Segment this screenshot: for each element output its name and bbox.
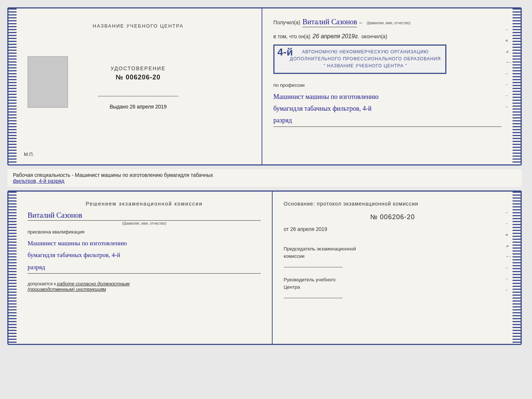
cert-dash: – <box>359 19 362 25</box>
cert-name-sublabel: (фамилия, имя, отчество) <box>367 21 411 25</box>
cert-okonchil-label: окончил(а) <box>362 33 387 39</box>
middle-text-section: Рабочая специальность - Машинист машины … <box>7 169 522 187</box>
cert-stamp-line2: ДОПОЛНИТЕЛЬНОГО ПРОФЕССИОНАЛЬНОГО ОБРАЗО… <box>290 56 441 63</box>
cert-photo-placeholder <box>28 56 68 108</box>
cert-stamp-number: 4-й <box>277 46 293 58</box>
bottom-mark-dash5: – <box>506 287 511 292</box>
cert-profession-line2: бумагидля табачных фильтров, 4-й <box>273 103 502 114</box>
cert-profession: Машинист машины по изготовлению бумагидл… <box>273 91 502 127</box>
bottom-mark-dash2: – <box>506 221 511 225</box>
cert-mark-a: ,а <box>506 49 511 53</box>
bottom-right-date: 26 апреля 2019 <box>290 226 327 232</box>
bottom-left-title: Решением экзаменационной комиссии <box>28 201 261 207</box>
bottom-book: Решением экзаменационной комиссии Витали… <box>7 190 522 345</box>
bottom-profession-line2: бумагидля табачных фильтров, 4-й <box>28 249 261 261</box>
right-border-strip <box>513 8 521 164</box>
bottom-prisvoena-label: присвоена квалификация <box>28 229 261 235</box>
page-wrapper: НАЗВАНИЕ УЧЕБНОГО ЦЕНТРА УДОСТОВЕРЕНИЕ №… <box>7 7 525 345</box>
bottom-right-marks: – – и ,а ←- – – – <box>506 210 513 292</box>
bottom-right-chairman: Председатель экзаменационной комиссии <box>284 245 502 270</box>
bottom-ot-label: от <box>284 226 289 232</box>
cert-left-line <box>98 96 179 96</box>
cert-vydano-date: 26 апреля 2019 <box>130 104 167 110</box>
middle-text-line1: Рабочая специальность - Машинист машины … <box>13 172 516 178</box>
cert-profession-line1: Машинист машины по изготовлению <box>273 91 502 103</box>
bottom-right-title: Основание: протокол экзаменационной коми… <box>284 201 502 207</box>
cert-vydano-label: Выдано <box>109 104 128 110</box>
cert-mark-dash1: – <box>506 27 511 31</box>
bottom-name-sublabel: (фамилия, имя, отчество) <box>28 221 261 225</box>
cert-vydano: Выдано 26 апреля 2019 <box>98 104 179 110</box>
left-border-strip <box>8 8 17 164</box>
bottom-mark-dash4: – <box>506 276 511 281</box>
bottom-mark-arrow: ←- <box>506 254 511 259</box>
bottom-dopusk-text2: (производственным) инструкциям <box>28 286 106 292</box>
bottom-mark-dash3: – <box>506 265 511 270</box>
bottom-profession: Машинист машины по изготовлению бумагидл… <box>28 238 261 274</box>
cert-right-marks: – и ,а ←- – – – – <box>506 27 513 108</box>
cert-left-page: НАЗВАНИЕ УЧЕБНОГО ЦЕНТРА УДОСТОВЕРЕНИЕ №… <box>17 8 262 164</box>
bottom-right-rukovoditel: Руководитель учебного Центра <box>284 276 502 301</box>
certificate-book: НАЗВАНИЕ УЧЕБНОГО ЦЕНТРА УДОСТОВЕРЕНИЕ №… <box>7 7 522 165</box>
cert-name: Виталий Сазонов <box>302 18 357 27</box>
bottom-dopusk-label: допускается к <box>28 281 56 286</box>
cert-mp: М.П. <box>24 152 34 157</box>
bottom-right-date-row: от 26 апреля 2019 <box>284 226 502 232</box>
cert-stamp-line1: АВТОНОМНУЮ НЕКОММЕРЧЕСКУЮ ОРГАНИЗАЦИЮ <box>290 49 441 56</box>
cert-poluchil-label: Получил(а) <box>273 19 300 25</box>
bottom-left-name: Виталий Сазонов <box>28 211 261 221</box>
middle-text-line2: фильтров, 4-й разряд <box>13 178 516 184</box>
bottom-rukovoditel-line1: Руководитель учебного <box>284 276 502 284</box>
cert-mark-arrow: ←- <box>506 60 511 64</box>
cert-profession-line3: разряд <box>273 114 502 126</box>
bottom-chairman-line2: комиссии <box>284 253 502 260</box>
cert-vtom-label: в том, что он(а) <box>273 33 310 39</box>
bottom-right-page: Основание: протокол экзаменационной коми… <box>273 192 513 344</box>
bottom-profession-line1: Машинист машины по изготовлению <box>28 238 261 249</box>
cert-stamp-area: 4-й АВТОНОМНУЮ НЕКОММЕРЧЕСКУЮ ОРГАНИЗАЦИ… <box>273 44 502 74</box>
cert-stamp-line3: " НАЗВАНИЕ УЧЕБНОГО ЦЕНТРА " <box>290 63 441 70</box>
cert-stamp-text: АВТОНОМНУЮ НЕКОММЕРЧЕСКУЮ ОРГАНИЗАЦИЮ ДО… <box>290 49 441 70</box>
bottom-chairman-line1: Председатель экзаменационной <box>284 245 502 253</box>
bottom-profession-line3: разряд <box>28 261 261 273</box>
bottom-dopusk-text1: работе согласно должностным <box>57 281 129 286</box>
bottom-mark-dash1: – <box>506 210 511 214</box>
cert-date: 26 апреля 2019г. <box>313 33 359 40</box>
cert-mark-dash2: – <box>506 71 511 75</box>
cert-mark-dash3: – <box>506 82 511 86</box>
bottom-mark-i: и <box>506 232 511 236</box>
cert-left-title: НАЗВАНИЕ УЧЕБНОГО ЦЕНТРА <box>93 23 183 29</box>
cert-right-page: Получил(а) Виталий Сазонов – (фамилия, и… <box>262 8 513 164</box>
bottom-right-border-strip <box>513 192 521 344</box>
cert-vtom-row: в том, что он(а) 26 апреля 2019г. окончи… <box>273 33 502 40</box>
cert-left-main: УДОСТОВЕРЕНИЕ № 006206-20 Выдано 26 апре… <box>98 65 179 110</box>
cert-poluchil-row: Получил(а) Виталий Сазонов – (фамилия, и… <box>273 18 502 27</box>
cert-po-professii: по профессии <box>273 82 502 88</box>
bottom-rukovoditel-signature-line <box>284 298 342 298</box>
bottom-chairman-signature-line <box>284 267 342 267</box>
cert-number: № 006206-20 <box>98 74 179 81</box>
bottom-left-border-strip <box>8 192 17 344</box>
bottom-dopuskaetsya: допускается к работе согласно должностны… <box>28 281 261 292</box>
bottom-left-page: Решением экзаменационной комиссии Витали… <box>17 192 273 344</box>
cert-mark-dash5: – <box>506 104 511 108</box>
cert-mark-i: и <box>506 38 511 42</box>
cert-stamp: 4-й АВТОНОМНУЮ НЕКОММЕРЧЕСКУЮ ОРГАНИЗАЦИ… <box>273 44 446 74</box>
cert-mark-dash4: – <box>506 93 511 97</box>
cert-udost-label: УДОСТОВЕРЕНИЕ <box>98 65 179 71</box>
bottom-rukovoditel-line2: Центра <box>284 284 502 291</box>
bottom-right-number: № 006206-20 <box>284 213 502 221</box>
bottom-mark-a: ,а <box>506 243 511 247</box>
